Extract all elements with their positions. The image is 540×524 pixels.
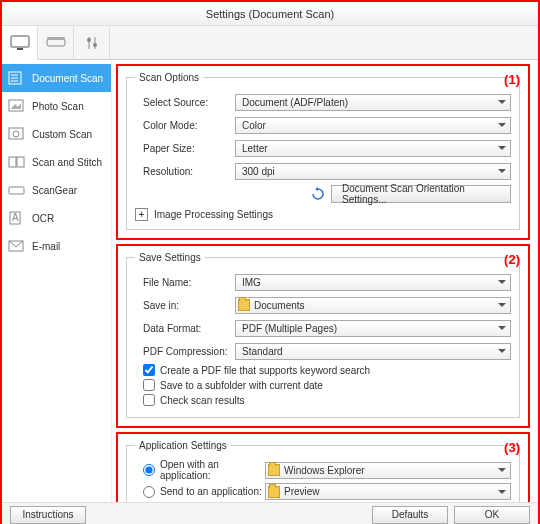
sliders-icon: [84, 35, 100, 51]
svg-rect-2: [47, 39, 65, 46]
sidebar: Document Scan Photo Scan Custom Scan Sca…: [2, 60, 112, 502]
scanner-icon: [46, 36, 66, 50]
chevron-down-icon: [498, 326, 506, 330]
create-pdf-keyword-checkbox[interactable]: [143, 364, 155, 376]
mode-tab-bar: [2, 26, 538, 60]
data-format-value: PDF (Multiple Pages): [242, 323, 337, 334]
resolution-label: Resolution:: [135, 166, 235, 177]
open-with-app-radio[interactable]: [143, 464, 155, 476]
send-to-app-radio[interactable]: [143, 486, 155, 498]
send-to-app-dropdown[interactable]: Preview: [265, 483, 511, 500]
svg-text:A: A: [12, 212, 19, 223]
select-source-value: Document (ADF/Platen): [242, 97, 348, 108]
save-in-dropdown[interactable]: Documents: [235, 297, 511, 314]
save-in-value: Documents: [254, 300, 305, 311]
monitor-icon: [10, 35, 30, 51]
scan-options-section: (1) Scan Options Select Source: Document…: [116, 64, 530, 240]
data-format-label: Data Format:: [135, 323, 235, 334]
folder-icon: [268, 486, 280, 498]
mode-tab-general[interactable]: [74, 26, 110, 60]
folder-icon: [238, 299, 250, 311]
sidebar-item-scan-and-stitch[interactable]: Scan and Stitch: [2, 148, 111, 176]
stitch-icon: [8, 155, 26, 169]
section-number: (1): [504, 72, 520, 87]
check-scan-results-checkbox[interactable]: [143, 394, 155, 406]
color-mode-label: Color Mode:: [135, 120, 235, 131]
sidebar-item-label: Photo Scan: [32, 101, 84, 112]
sidebar-item-custom-scan[interactable]: Custom Scan: [2, 120, 111, 148]
svg-rect-1: [17, 48, 23, 50]
scan-options-legend: Scan Options: [135, 72, 203, 83]
svg-marker-22: [315, 187, 318, 191]
open-with-app-value: Windows Explorer: [284, 465, 365, 476]
section-number: (2): [504, 252, 520, 267]
section-number: (3): [504, 440, 520, 455]
save-settings-section: (2) Save Settings File Name: IMG Save in…: [116, 244, 530, 428]
document-scan-icon: [8, 71, 26, 85]
pdf-compression-label: PDF Compression:: [135, 346, 235, 357]
chevron-down-icon: [498, 468, 506, 472]
content-panel: (1) Scan Options Select Source: Document…: [112, 60, 538, 502]
file-name-combo[interactable]: IMG: [235, 274, 511, 291]
open-with-app-label: Open with an application:: [160, 459, 265, 481]
pdf-compression-dropdown[interactable]: Standard: [235, 343, 511, 360]
sidebar-item-label: E-mail: [32, 241, 60, 252]
chevron-down-icon: [498, 146, 506, 150]
resolution-dropdown[interactable]: 300 dpi: [235, 163, 511, 180]
orientation-settings-button[interactable]: Document Scan Orientation Settings...: [331, 185, 511, 203]
save-subfolder-label: Save to a subfolder with current date: [160, 380, 323, 391]
email-icon: [8, 239, 26, 253]
select-source-dropdown[interactable]: Document (ADF/Platen): [235, 94, 511, 111]
file-name-value: IMG: [242, 277, 261, 288]
folder-icon: [268, 464, 280, 476]
window-title: Settings (Document Scan): [2, 2, 538, 26]
paper-size-value: Letter: [242, 143, 268, 154]
expand-image-processing-button[interactable]: +: [135, 208, 148, 221]
svg-point-15: [13, 131, 19, 137]
file-name-label: File Name:: [135, 277, 235, 288]
svg-rect-18: [9, 187, 24, 194]
check-scan-results-label: Check scan results: [160, 395, 244, 406]
svg-point-5: [87, 38, 91, 42]
ok-button[interactable]: OK: [454, 506, 530, 524]
resolution-value: 300 dpi: [242, 166, 275, 177]
custom-scan-icon: [8, 127, 26, 141]
chevron-down-icon: [498, 280, 506, 284]
open-with-app-dropdown[interactable]: Windows Explorer: [265, 462, 511, 479]
chevron-down-icon: [498, 303, 506, 307]
pdf-compression-value: Standard: [242, 346, 283, 357]
sidebar-item-ocr[interactable]: A OCR: [2, 204, 111, 232]
save-settings-legend: Save Settings: [135, 252, 205, 263]
instructions-button[interactable]: Instructions: [10, 506, 86, 524]
sidebar-item-label: Scan and Stitch: [32, 157, 102, 168]
photo-scan-icon: [8, 99, 26, 113]
footer: Instructions Defaults OK: [2, 502, 538, 524]
ocr-icon: A: [8, 211, 26, 225]
sidebar-item-document-scan[interactable]: Document Scan: [2, 64, 111, 92]
defaults-button[interactable]: Defaults: [372, 506, 448, 524]
sidebar-item-label: Custom Scan: [32, 129, 92, 140]
sidebar-item-email[interactable]: E-mail: [2, 232, 111, 260]
sidebar-item-photo-scan[interactable]: Photo Scan: [2, 92, 111, 120]
chevron-down-icon: [498, 349, 506, 353]
color-mode-dropdown[interactable]: Color: [235, 117, 511, 134]
sidebar-item-label: Document Scan: [32, 73, 103, 84]
data-format-dropdown[interactable]: PDF (Multiple Pages): [235, 320, 511, 337]
color-mode-value: Color: [242, 120, 266, 131]
save-subfolder-checkbox[interactable]: [143, 379, 155, 391]
mode-tab-scan-from-computer[interactable]: [2, 26, 38, 60]
mode-tab-scan-from-panel[interactable]: [38, 26, 74, 60]
chevron-down-icon: [498, 123, 506, 127]
svg-marker-13: [11, 103, 21, 109]
paper-size-label: Paper Size:: [135, 143, 235, 154]
send-to-app-value: Preview: [284, 486, 320, 497]
save-in-label: Save in:: [135, 300, 235, 311]
svg-rect-3: [47, 37, 65, 40]
create-pdf-keyword-label: Create a PDF file that supports keyword …: [160, 365, 370, 376]
scangear-icon: [8, 183, 26, 197]
paper-size-dropdown[interactable]: Letter: [235, 140, 511, 157]
refresh-icon[interactable]: [311, 187, 325, 201]
sidebar-item-scangear[interactable]: ScanGear: [2, 176, 111, 204]
select-source-label: Select Source:: [135, 97, 235, 108]
svg-rect-16: [9, 157, 16, 167]
